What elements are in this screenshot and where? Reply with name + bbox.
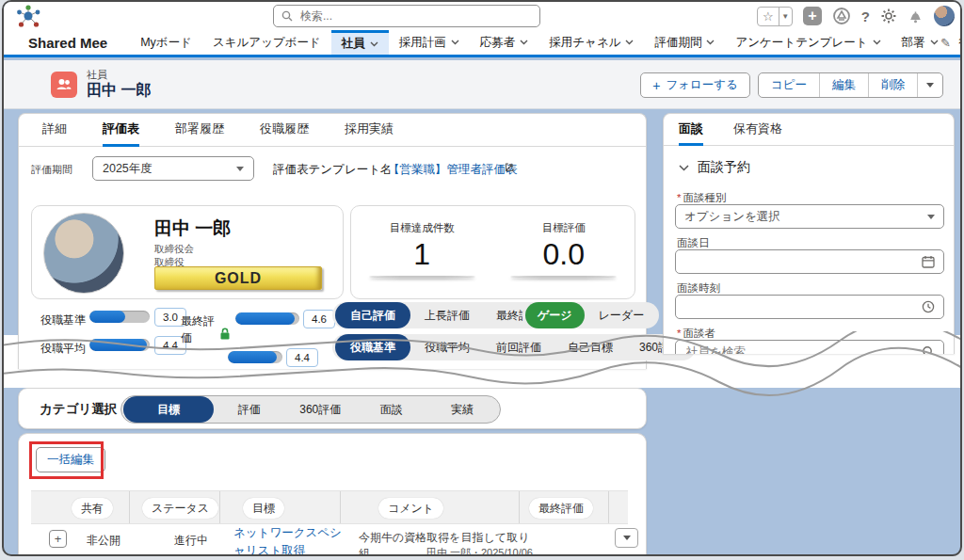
interview-date-label: 面談日 bbox=[677, 236, 710, 250]
interview-date-input[interactable] bbox=[675, 249, 944, 274]
delete-button[interactable]: 削除 bbox=[868, 73, 917, 97]
side-panel: 面談 保有資格 面談予約 *面談種別 オプションを選択 面談日 bbox=[663, 113, 955, 354]
interview-time-label: 面談時刻 bbox=[677, 281, 720, 296]
profile-dept-title: 取締役会 取締役 bbox=[154, 242, 194, 268]
profile-name: 田中 一郎 bbox=[154, 216, 231, 241]
goal-link[interactable]: ネットワークスペシャリスト取得 bbox=[233, 524, 352, 556]
employee-record-icon bbox=[51, 72, 77, 98]
chevron-down-icon bbox=[451, 40, 459, 45]
nav-tab-myboard[interactable]: Myボード bbox=[130, 30, 202, 55]
global-search[interactable] bbox=[273, 5, 540, 27]
pill-interview[interactable]: 面談 bbox=[356, 398, 427, 421]
edit-button[interactable]: 編集 bbox=[819, 73, 868, 97]
pill-previous-eval[interactable]: 前回評価 bbox=[484, 336, 554, 359]
tab-hiring-results[interactable]: 採用実績 bbox=[345, 115, 394, 147]
nav-tab-skillup-board[interactable]: スキルアップボード bbox=[202, 30, 331, 55]
lock-icon bbox=[219, 328, 231, 340]
nav-tab-eval-period[interactable]: 評価期間 bbox=[644, 30, 725, 55]
col-status: ステータス bbox=[142, 498, 218, 519]
pill-manager-eval[interactable]: 上長評価 bbox=[412, 304, 482, 327]
tab-role-history[interactable]: 役職履歴 bbox=[260, 115, 309, 147]
record-tabs: 詳細 評価表 部署履歴 役職履歴 採用実績 bbox=[19, 114, 646, 147]
metric-label: 役職基準 bbox=[40, 312, 86, 328]
external-link-icon[interactable] bbox=[505, 162, 515, 172]
tab-details[interactable]: 詳細 bbox=[42, 115, 67, 147]
chart-type-pills: ゲージ レーダー bbox=[522, 302, 659, 328]
expand-row-button[interactable]: + bbox=[49, 530, 67, 548]
global-header: ☆ ▼ + ? bbox=[4, 2, 960, 30]
more-actions-button[interactable] bbox=[917, 73, 942, 97]
pill-radar[interactable]: レーダー bbox=[586, 304, 657, 327]
follow-button[interactable]: + フォローする bbox=[640, 72, 750, 98]
tab-department-history[interactable]: 部署履歴 bbox=[175, 115, 224, 147]
interview-type-select[interactable]: オプションを選択 bbox=[675, 204, 944, 229]
template-link[interactable]: 【営業職】管理者評価表 bbox=[388, 162, 518, 178]
stats-box: 目標達成件数 1 目標評価 0.0 bbox=[350, 205, 635, 299]
row-actions-button[interactable] bbox=[615, 528, 638, 548]
rank-badge: GOLD bbox=[154, 266, 322, 290]
profile-box: 田中 一郎 取締役会 取締役 GOLD bbox=[31, 205, 344, 299]
metric-bar bbox=[235, 312, 299, 325]
clock-icon[interactable] bbox=[922, 300, 935, 313]
settings-gear-icon[interactable] bbox=[880, 8, 897, 24]
nav-tab-hiring-channel[interactable]: 採用チャネル bbox=[538, 30, 644, 55]
edit-nav-pencil-icon[interactable]: ✎ bbox=[940, 36, 951, 50]
interviewer-label: *面談者 bbox=[677, 327, 715, 341]
plus-icon: + bbox=[808, 8, 816, 24]
stat-goal-score: 目標評価 0.0 bbox=[493, 206, 635, 298]
copy-button[interactable]: コピー bbox=[759, 73, 819, 97]
nav-tab-survey-template[interactable]: アンケートテンプレート bbox=[725, 30, 891, 55]
quick-create-button[interactable]: + bbox=[803, 7, 822, 25]
caret-down-icon bbox=[927, 215, 935, 219]
favorites-button[interactable]: ☆ ▼ bbox=[757, 7, 793, 26]
goals-table-header: 共有 ステータス 目標 コメント 最終評価 bbox=[31, 490, 628, 524]
nav-tab-employee[interactable]: 社員 bbox=[331, 30, 389, 55]
eval-period-select[interactable]: 2025年度 bbox=[92, 156, 254, 181]
pill-goal[interactable]: 目標 bbox=[123, 396, 214, 423]
goal-table-row: + 非公開 進行中 ネットワークスペシャリスト取得 今期牛の資格取得を目指して取… bbox=[31, 524, 628, 556]
stat-goal-count: 目標達成件数 1 bbox=[351, 206, 493, 298]
nav-tab-applicants[interactable]: 応募者 bbox=[470, 30, 539, 55]
search-icon[interactable] bbox=[922, 345, 935, 354]
chevron-down-icon bbox=[930, 40, 939, 45]
metric-label: 役職平均 bbox=[40, 341, 86, 357]
pill-role-standard[interactable]: 役職基準 bbox=[335, 334, 410, 360]
share-value: 非公開 bbox=[75, 533, 132, 549]
template-name-label: 評価表テンプレート名 bbox=[273, 162, 392, 178]
interview-type-label: *面談種別 bbox=[677, 191, 726, 205]
favorites-dropdown-icon[interactable]: ▼ bbox=[779, 8, 792, 25]
caret-down-icon bbox=[926, 83, 934, 88]
guidance-center-icon[interactable] bbox=[832, 7, 851, 25]
eval-period-label: 評価期間 bbox=[31, 163, 72, 177]
tab-evaluation-sheet[interactable]: 評価表 bbox=[103, 115, 139, 147]
notifications-bell-icon[interactable] bbox=[908, 8, 924, 24]
interviewer-search-input[interactable] bbox=[675, 340, 944, 354]
pill-role-average[interactable]: 役職平均 bbox=[412, 336, 482, 359]
pill-results[interactable]: 実績 bbox=[427, 398, 499, 421]
star-icon[interactable]: ☆ bbox=[758, 8, 779, 25]
app-navigation: Shared Mee Myボード スキルアップボード 社員 採用計画 応募者 採… bbox=[4, 30, 960, 57]
pill-evaluation[interactable]: 評価 bbox=[214, 398, 285, 421]
metric-bar bbox=[89, 339, 150, 351]
chevron-down-icon bbox=[679, 165, 689, 171]
interview-time-input[interactable] bbox=[675, 295, 944, 319]
tab-interview[interactable]: 面談 bbox=[679, 115, 703, 146]
metric-value: 4.4 bbox=[286, 348, 318, 367]
pill-gauge[interactable]: ゲージ bbox=[525, 302, 585, 328]
chevron-down-icon bbox=[873, 40, 881, 45]
pill-self-goal[interactable]: 自己目標 bbox=[555, 336, 625, 359]
status-value: 進行中 bbox=[163, 533, 219, 549]
user-avatar[interactable] bbox=[934, 6, 955, 26]
pill-self-eval[interactable]: 自己評価 bbox=[335, 302, 410, 328]
calendar-icon[interactable] bbox=[922, 255, 935, 268]
search-input[interactable] bbox=[298, 8, 532, 24]
plus-icon: + bbox=[55, 532, 62, 546]
chevron-down-icon bbox=[370, 41, 378, 47]
col-share: 共有 bbox=[72, 498, 113, 519]
help-icon[interactable]: ? bbox=[861, 8, 870, 24]
tab-certifications[interactable]: 保有資格 bbox=[733, 115, 782, 146]
interview-booking-section[interactable]: 面談予約 bbox=[664, 146, 954, 176]
pill-360[interactable]: 360評価 bbox=[285, 398, 357, 421]
final-eval-label: 最終評価 bbox=[181, 312, 222, 346]
nav-tab-hiring-plan[interactable]: 採用計画 bbox=[389, 30, 470, 55]
